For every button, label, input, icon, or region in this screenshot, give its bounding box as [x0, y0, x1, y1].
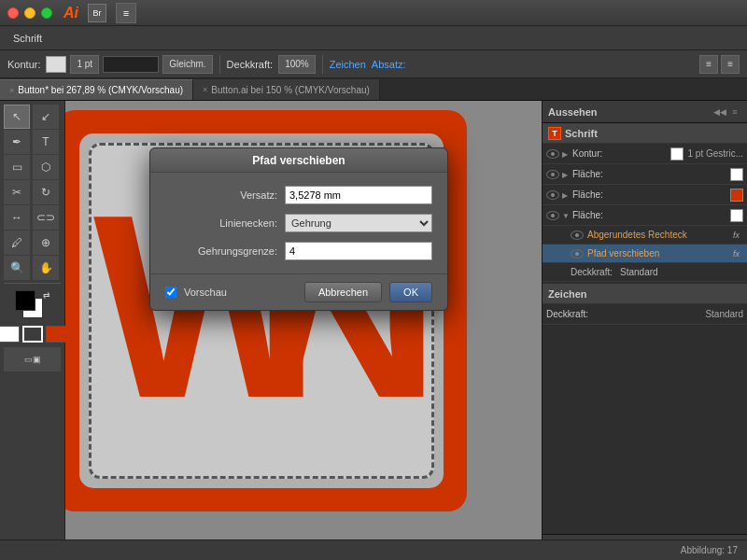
maximize-button[interactable]	[41, 7, 52, 19]
align-right-btn[interactable]: ≡	[721, 55, 740, 74]
pfad-verschieben-panel-row[interactable]: Pfad verschieben fx	[543, 245, 747, 263]
kontur-row-label: Kontur:	[572, 148, 668, 159]
tool-divider	[4, 283, 61, 284]
flaeche2-arrow[interactable]: ▶	[562, 191, 570, 199]
deckkraft-main-value: Standard	[705, 309, 743, 319]
aussehen-panel: T Schrift ▶ Kontur: 1 pt Gestric... ▶ Fl…	[543, 123, 747, 534]
tool-scissors[interactable]: ✂	[4, 180, 30, 204]
tab-1[interactable]: × Button.ai bei 150 % (CMYK/Vorschau)	[193, 79, 380, 100]
flaeche-row-3: ▼ Fläche:	[543, 205, 747, 226]
versatz-input[interactable]	[285, 186, 432, 204]
pfad-fx: fx	[733, 249, 740, 259]
flaeche1-swatch[interactable]	[730, 168, 743, 181]
flaeche2-swatch[interactable]	[730, 189, 743, 202]
panel-controls: ◀◀ ≡	[713, 105, 741, 119]
close-button[interactable]	[7, 7, 19, 19]
flaeche1-visibility[interactable]	[546, 170, 559, 179]
titlebar: Ai Br ≡	[0, 0, 747, 26]
tool-rect[interactable]: ▭	[4, 155, 30, 179]
schrift-title: Schrift	[565, 128, 598, 139]
flaeche3-visibility[interactable]	[546, 211, 559, 220]
left-toolbar: ↖ ↙ ✒ T ▭ ⬡ ✂ ↻ ↔ ⊂⊃ 🖊 ⊕ 🔍 ✋ ⇄ ▭▣	[0, 101, 65, 560]
color-indicator-red[interactable]	[46, 326, 66, 343]
tool-type[interactable]: T	[33, 130, 59, 154]
kontur-arrow[interactable]: ▶	[562, 150, 570, 158]
tab-label-0: Button* bei 267,89 % (CMYK/Vorschau)	[18, 85, 183, 95]
ok-button[interactable]: OK	[389, 282, 432, 302]
canvas-area[interactable]: W N Pfad verschieben Versatz: Linienecke…	[65, 101, 542, 560]
kontur-swatch[interactable]	[670, 147, 684, 161]
minimize-button[interactable]	[24, 7, 35, 19]
color-section: ⇄	[4, 287, 61, 346]
kontur-label: Kontur:	[7, 59, 40, 70]
pfad-verschieben-label: Pfad verschieben	[587, 248, 727, 259]
fill-indicator[interactable]	[0, 326, 20, 343]
panel-menu-button[interactable]: ≡	[728, 105, 741, 119]
flaeche1-label: Fläche:	[572, 169, 727, 179]
kontur-value[interactable]: 1 pt	[70, 55, 99, 74]
zeichen-link[interactable]: Zeichen	[330, 59, 366, 70]
tool-screen-mode[interactable]: ▭▣	[4, 347, 61, 371]
tool-direct-select[interactable]: ↙	[33, 105, 59, 129]
gehrungsgrenze-row: Gehrungsgrenze:	[165, 242, 432, 260]
dialog-body: Versatz: Linienecken: Gehrung Gehrungsgr…	[150, 173, 447, 273]
panel-title: Aussehen	[548, 106, 598, 118]
abgerundetes-rechteck-row: Abgerundetes Rechteck fx	[543, 226, 747, 245]
tool-select[interactable]: ↖	[4, 105, 30, 129]
abbrechen-button[interactable]: Abbrechen	[304, 282, 382, 302]
zeichen-section-title: Zeichen	[548, 288, 587, 300]
dialog-footer: Vorschau Abbrechen OK	[150, 273, 447, 310]
tool-shape[interactable]: ⬡	[33, 155, 59, 179]
vorschau-label[interactable]: Vorschau	[184, 287, 227, 298]
abgerundetes-fx: fx	[733, 231, 740, 240]
flaeche3-label: Fläche:	[572, 210, 727, 220]
linienecken-row: Linienecken: Gehrung	[165, 214, 432, 232]
traffic-lights	[7, 7, 52, 19]
abgerundetes-visibility[interactable]	[571, 231, 584, 240]
kontur-row-value: 1 pt Gestric...	[688, 148, 743, 159]
stroke-indicator[interactable]	[22, 326, 43, 343]
deckkraft-label: Deckkraft:	[227, 59, 274, 70]
tool-blend[interactable]: ⊂⊃	[33, 205, 59, 230]
tool-transform[interactable]: ↔	[4, 205, 30, 230]
panel-collapse-arrow[interactable]: ◀◀	[713, 105, 726, 119]
flaeche2-visibility[interactable]	[546, 190, 559, 200]
gehrungsgrenze-label: Gehrungsgrenze:	[165, 245, 277, 257]
deckkraft-subrow-label: Deckkraft:	[571, 267, 613, 277]
deckkraft-value[interactable]: 100%	[278, 55, 316, 74]
color-swap[interactable]: ⇄	[43, 290, 50, 300]
foreground-color[interactable]	[15, 290, 35, 311]
stroke-type[interactable]: Gleichm.	[162, 55, 212, 74]
hamburger-button[interactable]: ≡	[116, 3, 136, 23]
linienecken-label: Linienecken:	[165, 217, 277, 229]
tab-close-1[interactable]: ×	[203, 85, 207, 94]
flaeche2-label: Fläche:	[572, 189, 727, 200]
vorschau-checkbox[interactable]	[165, 287, 176, 298]
flaeche3-arrow[interactable]: ▼	[562, 212, 570, 219]
gehrungsgrenze-input[interactable]	[285, 242, 432, 260]
kontur-panel-row: ▶ Kontur: 1 pt Gestric...	[543, 144, 747, 164]
tab-close-0[interactable]: ×	[9, 86, 14, 95]
deckkraft-subrow: Deckkraft: Standard	[543, 263, 747, 282]
tool-rotate[interactable]: ↻	[33, 180, 59, 204]
flaeche3-swatch[interactable]	[730, 209, 743, 222]
linienecken-select[interactable]: Gehrung	[285, 214, 432, 232]
pfad-visibility[interactable]	[571, 249, 584, 259]
absatz-link[interactable]: Absatz:	[372, 59, 406, 70]
tab-0[interactable]: × Button* bei 267,89 % (CMYK/Vorschau)	[0, 79, 193, 100]
align-left-btn[interactable]: ≡	[699, 55, 718, 74]
zeichen-section-header: Zeichen	[543, 284, 747, 304]
tool-zoom[interactable]: 🔍	[4, 256, 30, 280]
kontur-visibility[interactable]	[546, 149, 559, 159]
menu-schrift[interactable]: Schrift	[7, 31, 48, 46]
tool-brush[interactable]: 🖊	[4, 231, 30, 255]
tool-hand[interactable]: ✋	[33, 256, 59, 280]
tool-mesh[interactable]: ⊕	[33, 231, 59, 255]
stroke-line[interactable]	[103, 56, 159, 73]
tabbar: × Button* bei 267,89 % (CMYK/Vorschau) ×…	[0, 78, 747, 101]
dialog-title: Pfad verschieben	[252, 154, 345, 167]
flaeche1-arrow[interactable]: ▶	[562, 171, 570, 178]
tool-pen[interactable]: ✒	[4, 130, 30, 154]
schrift-icon: T	[548, 127, 561, 140]
kontur-swatch[interactable]	[46, 56, 66, 73]
